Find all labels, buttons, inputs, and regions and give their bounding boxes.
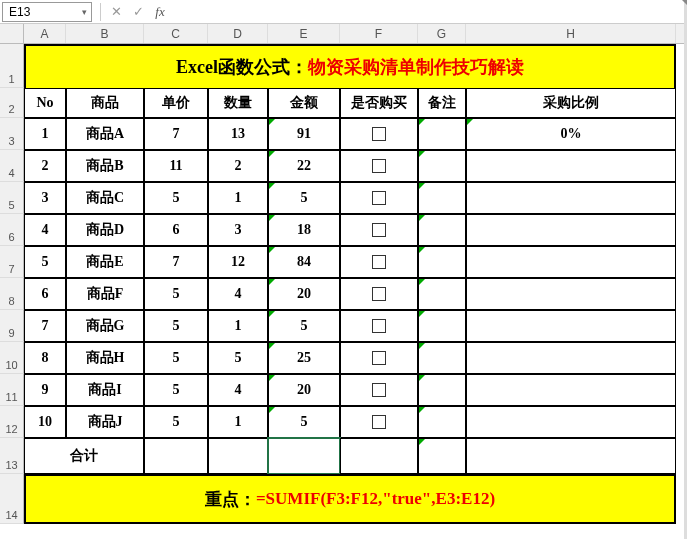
- header-no[interactable]: No: [24, 88, 66, 118]
- total-qty[interactable]: [208, 438, 268, 474]
- title-cell[interactable]: Excel函数公式： 物资采购清单制作技巧解读: [24, 44, 676, 88]
- cell-qty[interactable]: 5: [208, 342, 268, 374]
- row-header-9[interactable]: 9: [0, 310, 24, 342]
- cell-ratio[interactable]: [466, 150, 676, 182]
- cell-name[interactable]: 商品E: [66, 246, 144, 278]
- cell-remark[interactable]: [418, 214, 466, 246]
- cell-remark[interactable]: [418, 278, 466, 310]
- cell-ratio[interactable]: [466, 342, 676, 374]
- cell-name[interactable]: 商品C: [66, 182, 144, 214]
- total-remark[interactable]: [418, 438, 466, 474]
- name-box[interactable]: E13 ▾: [2, 2, 92, 22]
- cell-remark[interactable]: [418, 406, 466, 438]
- fx-icon[interactable]: fx: [149, 4, 171, 20]
- row-header-10[interactable]: 10: [0, 342, 24, 374]
- cell-buy[interactable]: [340, 310, 418, 342]
- cell-qty[interactable]: 13: [208, 118, 268, 150]
- select-all-corner[interactable]: [0, 24, 24, 43]
- cell-no[interactable]: 5: [24, 246, 66, 278]
- cell-no[interactable]: 2: [24, 150, 66, 182]
- col-header-H[interactable]: H: [466, 24, 676, 43]
- cell-qty[interactable]: 3: [208, 214, 268, 246]
- cell-ratio[interactable]: [466, 374, 676, 406]
- row-header-2[interactable]: 2: [0, 88, 24, 118]
- cell-buy[interactable]: [340, 374, 418, 406]
- cell-remark[interactable]: [418, 342, 466, 374]
- cell-qty[interactable]: 1: [208, 406, 268, 438]
- cell-amount[interactable]: 18: [268, 214, 340, 246]
- cell-remark[interactable]: [418, 182, 466, 214]
- formula-input[interactable]: [171, 2, 687, 22]
- cell-amount[interactable]: 20: [268, 278, 340, 310]
- cell-price[interactable]: 5: [144, 182, 208, 214]
- checkbox-icon[interactable]: [372, 255, 386, 269]
- cell-amount[interactable]: 20: [268, 374, 340, 406]
- row-header-7[interactable]: 7: [0, 246, 24, 278]
- row-header-5[interactable]: 5: [0, 182, 24, 214]
- cell-price[interactable]: 11: [144, 150, 208, 182]
- cell-ratio[interactable]: [466, 278, 676, 310]
- cell-amount[interactable]: 5: [268, 406, 340, 438]
- row-header-14[interactable]: 14: [0, 474, 24, 524]
- cell-name[interactable]: 商品D: [66, 214, 144, 246]
- checkbox-icon[interactable]: [372, 127, 386, 141]
- cell-remark[interactable]: [418, 118, 466, 150]
- cell-buy[interactable]: [340, 118, 418, 150]
- header-buy[interactable]: 是否购买: [340, 88, 418, 118]
- total-amount[interactable]: [268, 438, 340, 474]
- row-header-13[interactable]: 13: [0, 438, 24, 474]
- cell-buy[interactable]: [340, 278, 418, 310]
- cell-name[interactable]: 商品I: [66, 374, 144, 406]
- cell-buy[interactable]: [340, 246, 418, 278]
- cell-no[interactable]: 3: [24, 182, 66, 214]
- checkbox-icon[interactable]: [372, 415, 386, 429]
- row-header-12[interactable]: 12: [0, 406, 24, 438]
- row-header-4[interactable]: 4: [0, 150, 24, 182]
- cell-price[interactable]: 6: [144, 214, 208, 246]
- cell-name[interactable]: 商品G: [66, 310, 144, 342]
- total-label[interactable]: 合计: [24, 438, 144, 474]
- cell-ratio[interactable]: [466, 214, 676, 246]
- cell-qty[interactable]: 1: [208, 310, 268, 342]
- header-name[interactable]: 商品: [66, 88, 144, 118]
- cell-no[interactable]: 1: [24, 118, 66, 150]
- cell-buy[interactable]: [340, 182, 418, 214]
- col-header-C[interactable]: C: [144, 24, 208, 43]
- cell-no[interactable]: 8: [24, 342, 66, 374]
- header-qty[interactable]: 数量: [208, 88, 268, 118]
- cell-price[interactable]: 5: [144, 406, 208, 438]
- cell-price[interactable]: 5: [144, 278, 208, 310]
- cell-amount[interactable]: 91: [268, 118, 340, 150]
- cell-ratio[interactable]: [466, 246, 676, 278]
- header-price[interactable]: 单价: [144, 88, 208, 118]
- cell-qty[interactable]: 4: [208, 374, 268, 406]
- confirm-icon[interactable]: ✓: [127, 4, 149, 19]
- cell-amount[interactable]: 84: [268, 246, 340, 278]
- cell-amount[interactable]: 5: [268, 310, 340, 342]
- cell-buy[interactable]: [340, 406, 418, 438]
- checkbox-icon[interactable]: [372, 159, 386, 173]
- footer-cell[interactable]: 重点： =SUMIF(F3:F12,"true",E3:E12): [24, 474, 676, 524]
- row-header-8[interactable]: 8: [0, 278, 24, 310]
- total-buy[interactable]: [340, 438, 418, 474]
- cell-price[interactable]: 5: [144, 310, 208, 342]
- col-header-G[interactable]: G: [418, 24, 466, 43]
- col-header-A[interactable]: A: [24, 24, 66, 43]
- checkbox-icon[interactable]: [372, 383, 386, 397]
- cell-name[interactable]: 商品J: [66, 406, 144, 438]
- cell-ratio[interactable]: [466, 310, 676, 342]
- dropdown-icon[interactable]: ▾: [82, 7, 87, 17]
- cell-price[interactable]: 7: [144, 118, 208, 150]
- cell-amount[interactable]: 22: [268, 150, 340, 182]
- row-header-1[interactable]: 1: [0, 44, 24, 88]
- cell-no[interactable]: 6: [24, 278, 66, 310]
- cell-no[interactable]: 9: [24, 374, 66, 406]
- checkbox-icon[interactable]: [372, 191, 386, 205]
- cell-buy[interactable]: [340, 342, 418, 374]
- cell-remark[interactable]: [418, 310, 466, 342]
- cell-name[interactable]: 商品B: [66, 150, 144, 182]
- checkbox-icon[interactable]: [372, 287, 386, 301]
- cell-name[interactable]: 商品A: [66, 118, 144, 150]
- cell-no[interactable]: 10: [24, 406, 66, 438]
- cell-qty[interactable]: 12: [208, 246, 268, 278]
